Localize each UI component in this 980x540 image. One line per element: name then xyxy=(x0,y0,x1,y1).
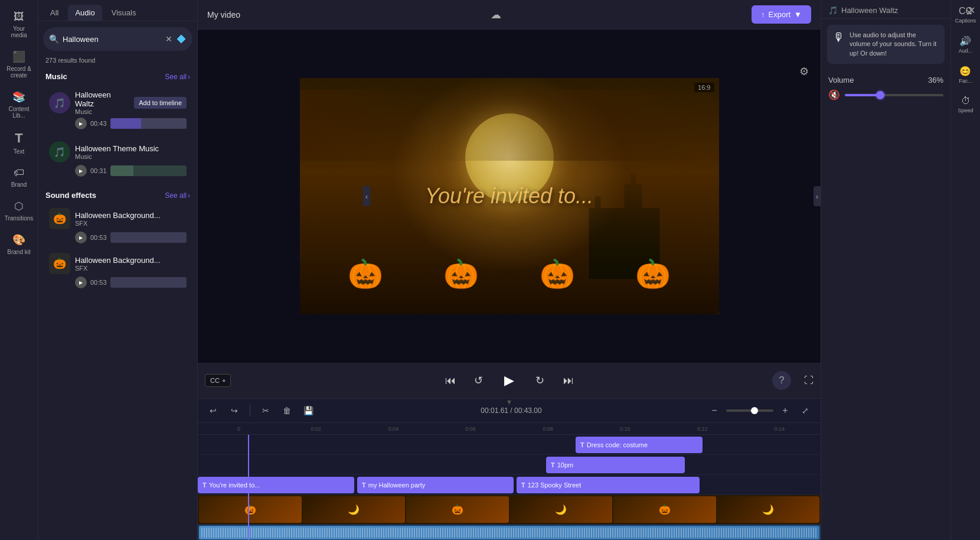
brand-icon: 🏷 xyxy=(14,167,24,179)
cut-button[interactable]: ✂ xyxy=(257,402,274,419)
captions-button[interactable]: CC + xyxy=(205,374,231,387)
music-item-type: Music xyxy=(75,153,187,160)
track-video[interactable]: 🎃 🌙 🎃 🌙 🎃 🌙 xyxy=(198,495,821,525)
redo-button[interactable]: ↪ xyxy=(226,402,243,419)
play-music-button[interactable]: ▶ xyxy=(75,165,87,177)
sidebar-item-label: Record & create xyxy=(4,66,34,79)
close-tip-button[interactable]: ✕ xyxy=(966,7,973,18)
music-see-all[interactable]: See all › xyxy=(165,73,190,81)
clip-label: my Halloween party xyxy=(368,482,426,489)
captions-label: Captions xyxy=(955,18,976,24)
skip-forward-button[interactable]: ⏭ xyxy=(559,371,578,390)
music-item-waltz[interactable]: 🎵 Halloween Waltz Music Add to timeline … xyxy=(42,86,194,134)
zoom-controls: − + ⤢ xyxy=(706,402,814,419)
skip-back-button[interactable]: ⏮ xyxy=(441,371,460,390)
fullscreen-button[interactable]: ⛶ xyxy=(804,375,814,386)
ruler-mark: 0:12 xyxy=(664,426,741,432)
rewind-button[interactable]: ↺ xyxy=(469,371,488,390)
collapse-right-panel-button[interactable]: › xyxy=(814,186,821,206)
right-sidebar-icons: CC Captions 🔊 Aud... 😊 Fac... ⏱ Speed xyxy=(950,0,980,540)
play-music-button[interactable]: ▶ xyxy=(75,118,87,129)
volume-slider[interactable] xyxy=(845,94,943,96)
clip-halloween-party[interactable]: T my Halloween party xyxy=(357,477,514,493)
tab-all[interactable]: All xyxy=(43,5,66,21)
content-icon: 📚 xyxy=(12,90,25,103)
sfx-see-all[interactable]: See all › xyxy=(165,191,190,200)
search-input[interactable] xyxy=(63,35,162,44)
premium-icon xyxy=(176,31,187,47)
sfx-duration: 00:53 xyxy=(90,279,107,286)
sidebar-item-your-media[interactable]: 🖼 Your media xyxy=(2,6,36,43)
clip-dress-code[interactable]: T Dress code: costume xyxy=(576,437,703,453)
chevron-right-icon: › xyxy=(188,73,190,81)
face-panel-button[interactable]: 😊 Fac... xyxy=(959,66,972,84)
track-audio[interactable] xyxy=(198,525,821,540)
export-button[interactable]: ↑ Export ▼ xyxy=(752,5,811,24)
audio-panel-button[interactable]: 🔊 Aud... xyxy=(959,35,973,54)
expand-timeline-button[interactable]: ▾ xyxy=(507,397,511,406)
playhead[interactable] xyxy=(248,435,249,540)
clip-spooky-street[interactable]: T 123 Spooky Street xyxy=(517,477,700,493)
sidebar-item-record[interactable]: ⬛ Record & create xyxy=(2,45,36,83)
clouds-graphic xyxy=(300,90,719,161)
expand-timeline-button[interactable]: ⤢ xyxy=(797,402,814,419)
sidebar-item-brand[interactable]: 🏷 Brand xyxy=(2,162,36,193)
waveform-display xyxy=(110,118,187,129)
music-section-title: Music xyxy=(45,72,67,81)
text-clip-icon: T xyxy=(551,461,555,469)
speed-panel-button[interactable]: ⏱ Speed xyxy=(958,96,973,113)
volume-label: Volume 36% xyxy=(828,76,943,84)
volume-slider-row: 🔇 xyxy=(828,89,943,100)
timeline-tracks: T Dress code: costume T 10pm T You're in… xyxy=(198,435,821,540)
zoom-in-button[interactable]: + xyxy=(777,402,793,419)
volume-icon: 🔇 xyxy=(828,89,840,100)
sidebar-item-brand-kit[interactable]: 🎨 Brand kit xyxy=(2,229,36,260)
audio-track-content xyxy=(199,526,819,539)
media-icon: 🖼 xyxy=(14,11,24,23)
music-item-theme[interactable]: 🎵 Halloween Theme Music Music ▶ 00:31 xyxy=(42,136,194,181)
project-name[interactable]: My video xyxy=(207,10,240,19)
volume-thumb[interactable] xyxy=(876,91,884,99)
sidebar-item-text[interactable]: T Text xyxy=(2,126,36,160)
sidebar-item-label: Brand xyxy=(11,181,27,188)
save-button[interactable]: 💾 xyxy=(300,402,316,419)
sfx-item-2[interactable]: 🎃 Halloween Background... SFX ▶ 00:53 xyxy=(42,249,194,292)
sidebar-item-transitions[interactable]: ⬡ Transitions xyxy=(2,195,36,226)
delete-button[interactable]: 🗑 xyxy=(279,402,295,419)
zoom-thumb[interactable] xyxy=(751,407,758,414)
play-pause-button[interactable]: ▶ xyxy=(498,369,521,392)
settings-icon[interactable]: ⚙ xyxy=(799,65,809,78)
zoom-out-button[interactable]: − xyxy=(706,402,723,419)
tab-audio[interactable]: Audio xyxy=(68,5,102,21)
audio-waveform xyxy=(201,528,817,537)
play-sfx-button[interactable]: ▶ xyxy=(75,276,87,288)
sidebar-item-label: Text xyxy=(14,148,24,155)
sfx-section-title: Sound effects xyxy=(45,191,96,200)
fast-forward-button[interactable]: ↻ xyxy=(531,371,550,390)
tab-visuals[interactable]: Visuals xyxy=(104,5,143,21)
undo-button[interactable]: ↩ xyxy=(205,402,221,419)
music-item-name: Halloween Theme Music xyxy=(75,144,187,153)
clip-10pm[interactable]: T 10pm xyxy=(546,457,685,473)
sidebar-item-label: Your media xyxy=(4,25,34,38)
help-button[interactable]: ? xyxy=(772,371,791,390)
music-section-header: Music See all › xyxy=(38,69,197,84)
clip-invited[interactable]: T You're invited to... xyxy=(198,477,354,493)
volume-section: Volume 36% 🔇 xyxy=(821,70,950,106)
zoom-slider[interactable] xyxy=(726,409,773,412)
clip-label: You're invited to... xyxy=(209,482,260,489)
collapse-panel-button[interactable]: ‹ xyxy=(363,186,370,206)
sfx-item-1[interactable]: 🎃 Halloween Background... SFX ▶ 00:53 xyxy=(42,204,194,247)
waveform-display xyxy=(110,277,187,288)
add-to-timeline-button[interactable]: Add to timeline xyxy=(134,97,187,109)
top-bar-actions: ↑ Export ▼ xyxy=(752,5,811,24)
clear-search-button[interactable]: ✕ xyxy=(165,34,172,44)
divider xyxy=(250,405,250,417)
sidebar-item-content[interactable]: 📚 Content Lib... xyxy=(2,86,36,123)
ruler-mark: 0 xyxy=(200,426,277,432)
ruler-mark: 0:04 xyxy=(355,426,432,432)
brand-kit-icon: 🎨 xyxy=(12,233,25,246)
play-sfx-button[interactable]: ▶ xyxy=(75,232,87,243)
record-icon: ⬛ xyxy=(12,50,25,63)
text-clip-icon: T xyxy=(580,441,584,448)
